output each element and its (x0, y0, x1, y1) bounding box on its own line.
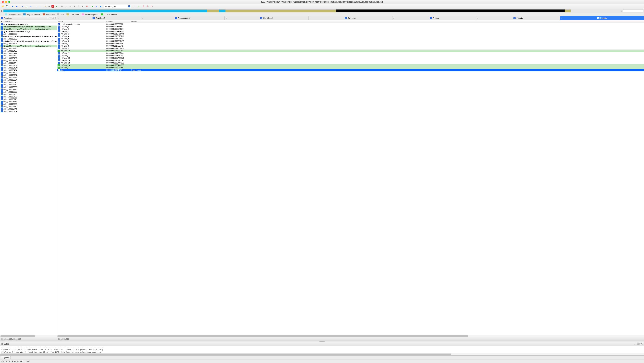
panel-restore-button[interactable]: ▢ (50, 17, 52, 19)
toolbar-button[interactable]: ⚙ (60, 4, 64, 8)
function-row[interactable]: fsub_100006628 (0, 76, 57, 79)
tab-pseudocode-a[interactable]: ×vPseudocode-A (141, 16, 225, 20)
tab-close-icon[interactable]: × (310, 17, 310, 19)
tab-close-icon[interactable]: × (561, 17, 562, 19)
export-row[interactable]: fInitFunc_1500000001023ACD58 (57, 62, 644, 64)
function-row[interactable]: fsub_100006790 (0, 103, 57, 105)
function-row[interactable]: fsub_100006670 (0, 91, 57, 93)
col-name[interactable]: Name (57, 20, 105, 23)
output-restore-button[interactable]: ▢ (637, 343, 640, 345)
function-row[interactable]: fDeviceManagementViewController.__deallo… (0, 28, 57, 30)
search-input[interactable] (623, 9, 643, 12)
export-row[interactable]: fInitFunc_500000001017075A8 (57, 37, 644, 40)
tab-hex-view-1[interactable]: ×hHex View-1 (224, 16, 308, 20)
export-row[interactable]: fInitFunc_1300000001023AC658 (57, 57, 644, 59)
toolbar-button[interactable]: ✦ (72, 4, 76, 8)
tab-close-icon[interactable]: × (142, 17, 143, 19)
export-row[interactable]: fInitFunc_80000000101783748 (57, 45, 644, 47)
function-row[interactable]: fsub_1000064D4 (0, 71, 57, 74)
export-row[interactable]: fInitFunc_110000000101783B38 (57, 52, 644, 54)
panel-minimize-button[interactable]: – (47, 17, 49, 19)
function-row[interactable]: fsub_1000064B0 (0, 64, 57, 67)
function-row[interactable]: fDeviceManagementViewController.__deallo… (0, 45, 57, 47)
function-row[interactable]: fsub_100006480 (0, 54, 57, 57)
function-row[interactable]: fsub_100006778 (0, 98, 57, 100)
export-row[interactable]: fInitFunc_200000001007F6ED8 (57, 30, 644, 33)
function-row[interactable]: fsub_100006664 (0, 88, 57, 91)
toolbar-button[interactable]: ⎘ (29, 4, 32, 8)
export-row[interactable]: fInitFunc_6000000010170ADA0 (57, 40, 644, 42)
function-row[interactable]: fsub_100006468 (0, 50, 57, 52)
python-button[interactable]: Python (1, 356, 11, 359)
function-row[interactable]: fsub_10000679C (0, 105, 57, 108)
function-row[interactable]: fsub_100006634 (0, 79, 57, 81)
function-row[interactable]: fsub_1000064BC (0, 67, 57, 69)
function-row[interactable]: fsub_100006658 (0, 86, 57, 88)
function-row[interactable]: fsub_1000064A4 (0, 62, 57, 64)
toolbar-button[interactable]: ⎘ (20, 4, 24, 8)
toolbar-button[interactable]: ↕ (34, 4, 38, 8)
export-row[interactable]: fInitFunc_000000001001868E4 (57, 25, 644, 28)
tab-enums[interactable]: ×eEnums (392, 16, 476, 20)
toolbar-button[interactable]: ⎙ (24, 4, 28, 8)
function-row[interactable]: fsub_100006784 (0, 100, 57, 103)
function-row[interactable]: fDeviceManagementViewController.__deallo… (0, 25, 57, 28)
function-row[interactable]: fsub_10000648C (0, 57, 57, 59)
function-row[interactable]: fsub_100006368 (0, 33, 57, 35)
export-row[interactable]: fInitFunc_1000000001017839E8 (57, 49, 644, 52)
exports-hscrollbar[interactable] (57, 335, 644, 337)
function-row[interactable]: fsub_1000067B4 (0, 110, 57, 112)
toolbar-button[interactable]: ⚐ (150, 4, 154, 8)
export-row[interactable]: D__mh_execute_header0000000100000000 (57, 23, 644, 25)
tab-structures[interactable]: ×sStructures (308, 16, 392, 20)
open-file-button[interactable]: 📂 (1, 4, 5, 8)
function-row[interactable]: fsub_10000645C (0, 47, 57, 50)
tab-exports[interactable]: ×xExports (560, 16, 644, 20)
tab-close-icon[interactable]: × (393, 17, 394, 19)
toolbar-button[interactable]: ↓ (38, 4, 42, 8)
toolbar-button[interactable]: ⎌ (64, 4, 68, 8)
function-row[interactable]: fsub_100006474 (0, 52, 57, 54)
toolbar-button[interactable]: ⚑ (77, 4, 80, 8)
output-close-button[interactable]: ✕ (640, 343, 643, 345)
output-text[interactable]: ----------------------------------------… (0, 346, 644, 353)
toolbar-button[interactable]: ⎋ (132, 4, 136, 8)
export-row[interactable]: fInitFunc_1400000001023ACC7C (57, 59, 644, 62)
nav-forward-button[interactable]: ⯈ (15, 4, 19, 8)
functions-column-header[interactable]: Function name (0, 20, 57, 23)
function-row[interactable]: f-[OKGADeviceInfoView init]_0 (0, 30, 57, 33)
cancel-button[interactable]: ✕ (85, 4, 89, 8)
tab-imports[interactable]: ×iImports (476, 16, 560, 20)
function-row[interactable]: fsub_1000064E0 (0, 74, 57, 76)
function-row[interactable]: fsub_10000664C (0, 83, 57, 86)
functions-list[interactable]: f-[OKGADeviceInfoView init]fDeviceManage… (0, 23, 57, 335)
output-minimize-button[interactable]: – (634, 343, 636, 345)
pause-button[interactable]: ⏸ (94, 4, 98, 8)
tab-ida-view-a[interactable]: ×vIDA View-A (57, 16, 141, 20)
functions-hscrollbar[interactable] (0, 335, 57, 337)
exports-list[interactable]: D__mh_execute_header0000000100000000fIni… (57, 23, 644, 335)
function-row[interactable]: fsub_1000064C8 (0, 69, 57, 71)
nav-scroll-right[interactable]: ▴▾ (622, 10, 622, 12)
stop-button[interactable]: ⏹ (99, 4, 102, 8)
function-row[interactable]: fsub_10000676C (0, 96, 57, 98)
col-ordinal[interactable]: Ordinal (130, 20, 644, 23)
function-row[interactable]: fsub_100006380 (0, 38, 57, 40)
toolbar-button[interactable]: ⚐ (146, 4, 150, 8)
run-button[interactable]: ▶ (90, 4, 94, 8)
export-row[interactable]: fInitFunc_900000001017837D8 (57, 47, 644, 49)
record-button[interactable]: ● (54, 4, 58, 8)
panel-close-button[interactable]: ✕ (53, 17, 56, 19)
export-row[interactable]: fInitFunc_1200000001023AC5F0 (57, 54, 644, 57)
toolbar-button[interactable]: ▦ (47, 4, 51, 8)
function-row[interactable]: fsub_100006760 (0, 93, 57, 96)
tab-close-icon[interactable]: × (477, 17, 478, 19)
toolbar-button[interactable]: ⎋ (136, 4, 140, 8)
nav-scroll-left[interactable]: ▴▾ (1, 10, 2, 12)
export-row[interactable]: fInitFunc_170000000102497754 (57, 66, 644, 69)
function-row[interactable]: f+[WAAiStickerSringsMessageCell stickerA… (0, 40, 57, 42)
function-row[interactable]: f+[WAAiStickerSringsMessageCell quickAct… (0, 35, 57, 38)
tab-close-icon[interactable]: × (226, 17, 226, 19)
function-row[interactable]: f-[OKGADeviceInfoView init] (0, 23, 57, 25)
splitter[interactable] (0, 341, 644, 342)
